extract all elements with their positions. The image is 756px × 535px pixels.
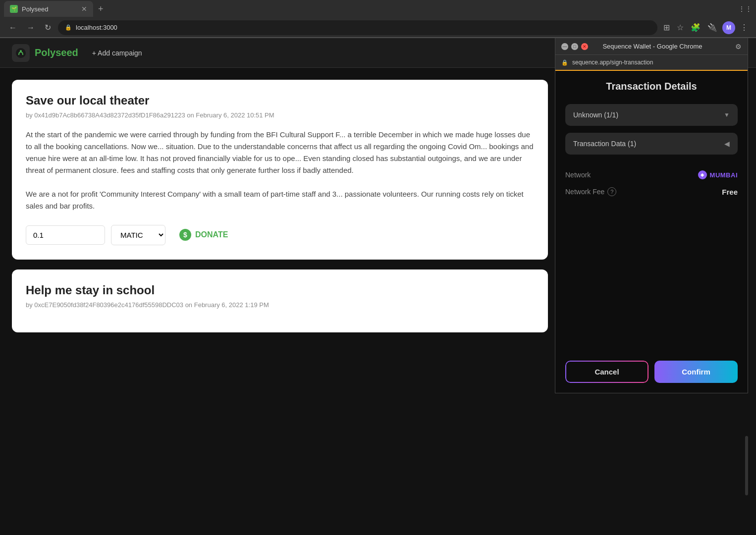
wallet-settings-button[interactable]: ⚙	[735, 43, 742, 51]
campaign-title-school: Help me stay in school	[26, 283, 534, 297]
campaign-card-theater: Save our local theater by 0x41d9b7Ac8b66…	[12, 80, 548, 260]
wallet-popup: — □ ✕ Sequence Wallet - Google Chrome ⚙ …	[555, 38, 748, 393]
unknown-dropdown[interactable]: Unknown (1/1) ▼	[565, 104, 738, 126]
network-badge: ◈ MUMBAI	[698, 170, 738, 179]
fee-value: Free	[722, 188, 738, 196]
wallet-footer: Cancel Confirm	[565, 349, 738, 383]
nav-forward-button[interactable]: →	[24, 21, 38, 34]
tab-favicon: 🌱	[10, 5, 18, 13]
wallet-heading: Transaction Details	[565, 81, 738, 92]
polyseed-logo-icon	[15, 47, 27, 59]
browser-tabs: 🌱 Polyseed ✕ + ⋮⋮	[0, 0, 756, 18]
tab-title: Polyseed	[22, 5, 48, 13]
address-text: localhost:3000	[76, 24, 117, 31]
lock-icon: 🔒	[65, 24, 72, 31]
campaign-description2-theater: We are a not for profit 'Community Inter…	[26, 188, 534, 212]
extensions-icon[interactable]: 🔌	[705, 21, 719, 34]
campaign-author-theater: by 0x41d9b7Ac8b66738A43d82372d35fD1F86a2…	[26, 111, 534, 119]
bookmark-button[interactable]: ☆	[675, 21, 686, 34]
app-title: Polyseed	[35, 47, 78, 58]
nav-back-button[interactable]: ←	[6, 21, 20, 34]
tx-data-label: Transaction Data (1)	[573, 140, 636, 148]
tab-menu-button[interactable]: ⋮⋮	[738, 5, 752, 13]
fee-label: Network Fee	[565, 188, 604, 196]
active-tab[interactable]: 🌱 Polyseed ✕	[4, 1, 93, 17]
confirm-label: Confirm	[682, 368, 710, 376]
browser-toolbar: ← → ↻ 🔒 localhost:3000 ⊞ ☆ 🧩 🔌 M ⋮	[0, 18, 756, 38]
network-row: Network ◈ MUMBAI	[565, 166, 738, 183]
svg-point-0	[16, 48, 26, 58]
svg-point-1	[20, 50, 22, 52]
donation-row-theater: MATIC ETH USDC $ DONATE	[26, 224, 534, 246]
campaign-description-theater: At the start of the pandemic we were car…	[26, 129, 534, 176]
wallet-titlebar: — □ ✕ Sequence Wallet - Google Chrome ⚙	[555, 38, 748, 55]
close-button[interactable]: ✕	[581, 43, 588, 50]
network-name: MUMBAI	[710, 171, 738, 179]
new-tab-button[interactable]: +	[95, 4, 107, 14]
maximize-button[interactable]: □	[571, 43, 578, 50]
cancel-button[interactable]: Cancel	[565, 361, 648, 383]
add-campaign-label: + Add campaign	[92, 49, 142, 57]
more-options-button[interactable]: ⋮	[738, 21, 750, 34]
confirm-button[interactable]: Confirm	[654, 361, 738, 383]
toolbar-actions: ⊞ ☆ 🧩 🔌 M ⋮	[661, 21, 750, 34]
fee-label-group: Network Fee ?	[565, 187, 616, 196]
donate-label: DONATE	[195, 230, 228, 239]
tx-data-arrow-icon: ◀	[724, 140, 730, 148]
campaign-author-school: by 0xcE7E9050fd38f24F80396e2c4176df55598…	[26, 301, 534, 309]
campaign-card-school: Help me stay in school by 0xcE7E9050fd38…	[12, 269, 548, 332]
campaign-title-theater: Save our local theater	[26, 94, 534, 107]
browser-chrome: 🌱 Polyseed ✕ + ⋮⋮ ← → ↻ 🔒 localhost:3000…	[0, 0, 756, 38]
wallet-body: Transaction Details Unknown (1/1) ▼ Tran…	[555, 71, 748, 393]
puzzle-icon[interactable]: 🧩	[689, 21, 702, 34]
donate-icon: $	[179, 229, 191, 241]
address-bar[interactable]: 🔒 localhost:3000	[58, 20, 657, 35]
network-label: Network	[565, 171, 591, 179]
logo-icon	[12, 44, 30, 62]
currency-select[interactable]: MATIC ETH USDC	[111, 225, 165, 245]
minimize-button[interactable]: —	[561, 43, 568, 50]
wallet-address-bar: 🔒 sequence.app/sign-transaction	[555, 55, 748, 71]
cancel-label: Cancel	[594, 368, 619, 376]
nav-reload-button[interactable]: ↻	[42, 21, 54, 34]
dropdown-arrow-icon: ▼	[724, 111, 730, 118]
window-controls: — □ ✕	[561, 43, 588, 50]
donation-amount-input[interactable]	[26, 225, 105, 245]
extensions-button[interactable]: ⊞	[661, 21, 672, 34]
wallet-url-text: sequence.app/sign-transaction	[572, 59, 653, 66]
app-logo: Polyseed	[12, 44, 78, 62]
wallet-scrollbar[interactable]	[745, 436, 748, 495]
fee-row: Network Fee ? Free	[565, 183, 738, 200]
wallet-lock-icon: 🔒	[561, 59, 568, 66]
unknown-label: Unknown (1/1)	[573, 111, 618, 119]
network-icon: ◈	[698, 170, 707, 179]
add-campaign-button[interactable]: + Add campaign	[86, 46, 148, 60]
profile-button[interactable]: M	[722, 21, 735, 34]
donate-button[interactable]: $ DONATE	[171, 224, 236, 246]
wallet-window-title: Sequence Wallet - Google Chrome	[588, 43, 717, 50]
tab-close-button[interactable]: ✕	[81, 5, 87, 13]
tx-data-dropdown[interactable]: Transaction Data (1) ◀	[565, 133, 738, 155]
fee-help-icon[interactable]: ?	[607, 187, 616, 196]
